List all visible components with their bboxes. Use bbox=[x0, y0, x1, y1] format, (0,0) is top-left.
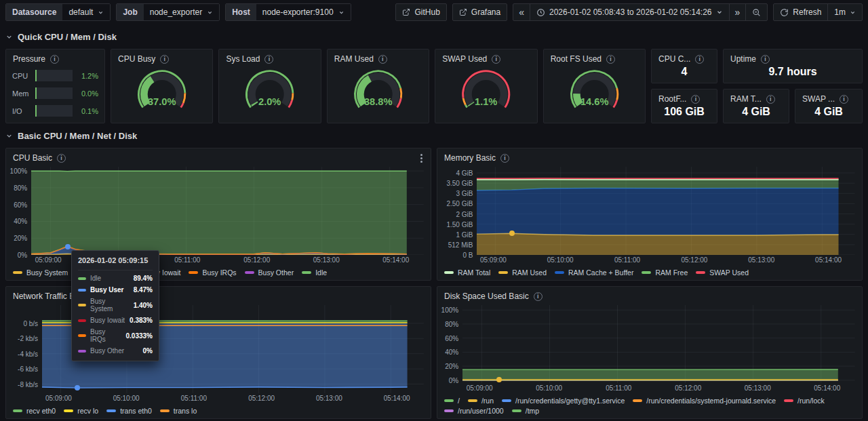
panel-title[interactable]: CPU Basic bbox=[13, 153, 52, 163]
time-range-picker[interactable]: 2026-01-02 05:08:43 to 2026-01-02 05:14:… bbox=[530, 4, 729, 20]
panel-title[interactable]: Disk Space Used Basic bbox=[444, 292, 529, 301]
legend-item-idle[interactable]: Idle bbox=[302, 268, 327, 277]
cpu-basic-plot[interactable] bbox=[31, 167, 424, 255]
memory-basic-plot[interactable] bbox=[477, 167, 855, 255]
info-icon[interactable]: i bbox=[500, 154, 509, 163]
gauge-sys-load: 2.0% bbox=[219, 65, 320, 118]
panel-title[interactable]: RAM Used bbox=[334, 54, 374, 64]
info-icon[interactable]: i bbox=[378, 55, 387, 64]
legend-item-trans-lo[interactable]: trans lo bbox=[160, 407, 197, 415]
legend-item-ram-total[interactable]: RAM Total bbox=[444, 268, 490, 277]
y-tick-label: 20% bbox=[445, 363, 458, 370]
legend-item-run-user-1000[interactable]: /run/user/1000 bbox=[444, 407, 504, 415]
datasource-variable-dropdown[interactable]: Datasourcedefault bbox=[5, 3, 111, 21]
legend-item-run[interactable]: /run bbox=[468, 397, 494, 405]
legend-label: /run bbox=[481, 397, 494, 405]
y-tick-label: 0 B bbox=[462, 252, 473, 259]
x-tick-label: 05:12:00 bbox=[243, 256, 270, 264]
legend-item-ram-used[interactable]: RAM Used bbox=[498, 268, 547, 277]
info-icon[interactable]: i bbox=[57, 154, 66, 163]
info-icon[interactable]: i bbox=[264, 55, 273, 64]
panel-title[interactable]: SWAP ... bbox=[802, 94, 835, 104]
panel-title[interactable]: Memory Basic bbox=[444, 153, 496, 163]
disk-space-used-basic-plot[interactable] bbox=[462, 305, 855, 383]
info-icon[interactable]: i bbox=[160, 55, 169, 64]
panel-title[interactable]: RAM T... bbox=[730, 94, 762, 104]
series-marker-dot bbox=[496, 377, 502, 382]
legend-item-ram-cache-buffer[interactable]: RAM Cache + Buffer bbox=[555, 268, 633, 277]
legend-item-busy-other[interactable]: Busy Other bbox=[245, 268, 294, 277]
zoom-out-button[interactable] bbox=[745, 4, 767, 20]
panel-menu-kebab-icon[interactable] bbox=[416, 153, 426, 163]
host-variable-dropdown[interactable]: Hostnode-exporter:9100 bbox=[225, 3, 351, 21]
legend-item-busy-irqs[interactable]: Busy IRQs bbox=[189, 268, 236, 277]
variable-value[interactable]: node_exporter bbox=[144, 4, 219, 20]
series-marker-dot bbox=[75, 385, 80, 390]
pressure-row-label: CPU bbox=[12, 72, 31, 80]
github-link-button[interactable]: GitHub bbox=[395, 3, 446, 21]
x-tick-label: 05:12:00 bbox=[675, 384, 701, 392]
time-back-button[interactable]: « bbox=[513, 4, 530, 20]
legend-item-recv-lo[interactable]: recv lo bbox=[64, 407, 98, 415]
info-icon[interactable]: i bbox=[606, 55, 615, 64]
legend-item-busy-system[interactable]: Busy System bbox=[13, 268, 68, 277]
info-icon[interactable]: i bbox=[534, 292, 542, 301]
legend-label: SWAP Used bbox=[709, 268, 749, 277]
panel-title[interactable]: RootF... bbox=[658, 94, 686, 104]
info-icon[interactable]: i bbox=[766, 95, 775, 104]
legend-label: RAM Cache + Buffer bbox=[568, 268, 633, 277]
series-color-swatch bbox=[78, 319, 86, 322]
legend-item-swap-used[interactable]: SWAP Used bbox=[696, 268, 749, 277]
legend-item-run-credentials-systemd-journald-service[interactable]: /run/credentials/systemd-journald.servic… bbox=[633, 397, 776, 405]
refresh-controls: Refresh 1m bbox=[773, 3, 863, 21]
panel-title[interactable]: CPU C... bbox=[658, 54, 690, 64]
panel-title[interactable]: Root FS Used bbox=[551, 54, 601, 64]
section-header-quick[interactable]: Quick CPU / Mem / Disk bbox=[0, 30, 868, 43]
pressure-row-label: Mem bbox=[12, 89, 31, 98]
panel-title[interactable]: Uptime bbox=[730, 54, 756, 64]
info-icon[interactable]: i bbox=[840, 95, 848, 104]
job-variable-dropdown[interactable]: Jobnode_exporter bbox=[116, 3, 220, 21]
info-icon[interactable]: i bbox=[761, 55, 770, 64]
legend-item-trans-eth0[interactable]: trans eth0 bbox=[106, 407, 152, 415]
legend-item-run-lock[interactable]: /run/lock bbox=[784, 397, 825, 405]
y-tick-label: 20% bbox=[14, 235, 27, 242]
section-title: Basic CPU / Mem / Net / Disk bbox=[18, 131, 137, 141]
legend-label: RAM Used bbox=[512, 268, 547, 277]
info-icon[interactable]: i bbox=[50, 55, 59, 64]
info-icon[interactable]: i bbox=[492, 55, 500, 64]
tooltip-series-value: 0% bbox=[143, 347, 153, 355]
pressure-bar-fill bbox=[35, 70, 37, 81]
x-tick-label: 05:11:00 bbox=[606, 384, 631, 392]
section-header-basic[interactable]: Basic CPU / Mem / Net / Disk bbox=[0, 129, 868, 142]
series-color-swatch bbox=[78, 334, 86, 337]
template-variables: DatasourcedefaultJobnode_exporterHostnod… bbox=[5, 3, 351, 21]
pressure-bar-fill bbox=[35, 87, 37, 99]
legend-item-run-credentials-getty-tty1-service[interactable]: /run/credentials/getty@tty1.service bbox=[502, 397, 625, 405]
cpu-basic-y-axis: 0%20%40%60%80%100% bbox=[9, 167, 31, 255]
time-forward-button[interactable]: » bbox=[729, 4, 746, 20]
refresh-interval-dropdown[interactable]: 1m bbox=[827, 4, 862, 20]
legend-item-[interactable]: / bbox=[444, 397, 460, 405]
variable-value[interactable]: node-exporter:9100 bbox=[256, 4, 351, 20]
x-tick-label: 05:13:00 bbox=[313, 256, 340, 264]
info-icon[interactable]: i bbox=[691, 95, 700, 104]
legend-label: Busy System bbox=[26, 268, 68, 277]
panel-title[interactable]: SWAP Used bbox=[442, 54, 487, 64]
legend-item-ram-free[interactable]: RAM Free bbox=[642, 268, 688, 277]
panel-title[interactable]: Pressure bbox=[13, 54, 45, 64]
panel-title[interactable]: CPU Busy bbox=[118, 54, 155, 64]
stat-panel-cpu-c: CPU C...i4 bbox=[651, 49, 717, 83]
variable-value[interactable]: default bbox=[62, 4, 110, 20]
grafana-link-button[interactable]: Grafana bbox=[452, 3, 507, 21]
tooltip-series-label: Busy Iowait bbox=[90, 317, 125, 324]
info-icon[interactable]: i bbox=[695, 55, 704, 64]
refresh-button[interactable]: Refresh bbox=[774, 4, 827, 20]
refresh-interval-value: 1m bbox=[834, 7, 846, 17]
panel-title[interactable]: Sys Load bbox=[226, 54, 260, 64]
pressure-row-label: I/O bbox=[12, 107, 31, 115]
legend-item-recv-eth0[interactable]: recv eth0 bbox=[13, 407, 56, 415]
x-tick-label: 05:13:00 bbox=[748, 256, 774, 264]
pressure-row-mem: Mem0.0% bbox=[6, 87, 104, 99]
legend-item-tmp[interactable]: /tmp bbox=[512, 407, 539, 415]
